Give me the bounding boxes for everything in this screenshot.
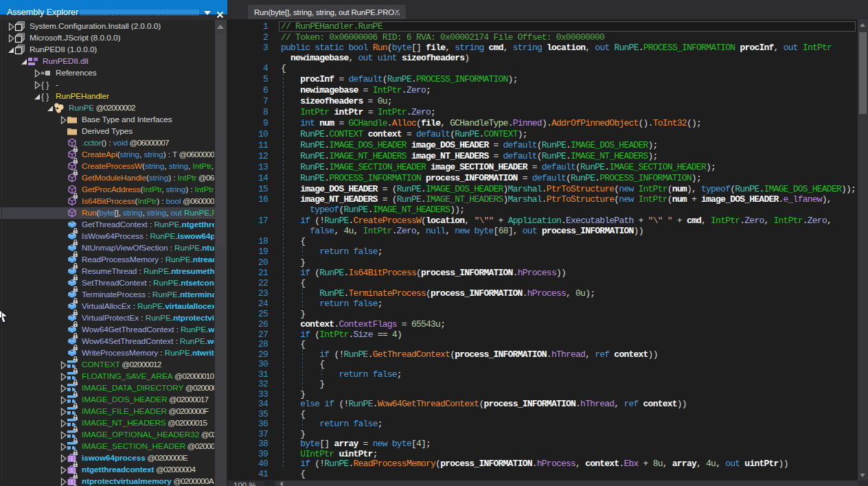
svg-text:{ }: { } (41, 92, 49, 102)
svg-text:{ }: { } (41, 80, 49, 90)
